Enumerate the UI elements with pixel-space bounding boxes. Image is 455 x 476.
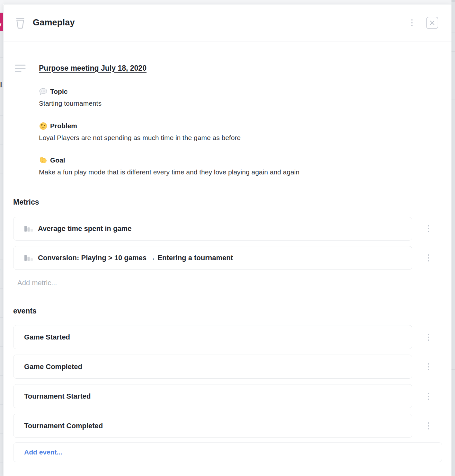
metric-title: Conversion: Playing > 10 games → Enterin… [38, 254, 233, 262]
metric-title: Average time spent in game [38, 225, 131, 233]
scrollbar-segment-line [451, 32, 455, 32]
event-title: Game Completed [24, 363, 82, 371]
scrollbar-segment-line [451, 100, 455, 100]
scrollbar-segment-line [451, 26, 455, 26]
problem-label-row: Problem [39, 121, 412, 131]
scrollbar-segment-line [451, 379, 455, 379]
event-title: Tournament Completed [24, 422, 103, 430]
event-kebab-menu-icon[interactable] [426, 420, 431, 431]
metrics-list: Average time spent in game Conversion: P… [13, 217, 412, 270]
background-text-fragment: n [0, 161, 0, 170]
close-icon [429, 20, 435, 26]
flexed-biceps-icon [39, 156, 48, 165]
metrics-section-header: Metrics [13, 197, 412, 207]
note-heading[interactable]: Purpose meeting July 18, 2020 [39, 63, 412, 73]
goal-label-row: Goal [39, 155, 412, 165]
close-button[interactable] [426, 17, 438, 29]
background-page-scrollbar[interactable] [451, 0, 455, 476]
problem-label: Problem [50, 121, 77, 131]
scrollbar-cap [451, 0, 455, 2]
metric-row: Conversion: Playing > 10 games → Enterin… [13, 246, 412, 270]
event-kebab-menu-icon[interactable] [426, 332, 431, 343]
trash-bucket-icon [14, 16, 26, 29]
event-card-tournament-completed[interactable]: Tournament Completed [13, 414, 412, 438]
background-pink-letter: v [0, 21, 1, 30]
background-text-fragment: n [0, 323, 0, 331]
bar-chart-icon [24, 254, 33, 262]
speech-balloon-icon [39, 87, 48, 96]
event-kebab-menu-icon[interactable] [426, 391, 431, 402]
event-title: Tournament Started [24, 392, 91, 401]
event-card-game-started[interactable]: Game Started [13, 325, 412, 349]
background-text-fragment: n [0, 123, 0, 131]
background-pink-block: v [0, 13, 3, 31]
metric-card-avg-time[interactable]: Average time spent in game [13, 217, 412, 241]
event-row: Game Started [13, 325, 412, 349]
event-title: Game Started [24, 333, 70, 341]
problem-text[interactable]: Loyal Players are not spending as much t… [39, 133, 412, 143]
scrollbar-segment-line [451, 74, 455, 74]
background-text-fragment: n [0, 417, 0, 425]
events-list: Game Started Game Completed Tournament S… [13, 325, 412, 438]
panel-content: Purpose meeting July 18, 2020 Topic Star… [4, 63, 451, 462]
event-card-game-completed[interactable]: Game Completed [13, 355, 412, 379]
thinking-face-icon [39, 122, 48, 130]
event-row: Game Completed [13, 355, 412, 379]
gameplay-panel: Gameplay Purpose meeting July 18, 2020 [3, 4, 451, 476]
panel-title: Gameplay [33, 18, 75, 28]
background-text-fragment: n [0, 357, 0, 365]
panel-header: Gameplay [4, 4, 451, 41]
add-event-button[interactable]: Add event... [13, 442, 442, 462]
metric-kebab-menu-icon[interactable] [426, 252, 431, 263]
text-lines-icon [15, 64, 26, 73]
background-text-fragment: n [0, 290, 0, 298]
bar-chart-icon [24, 225, 33, 233]
event-kebab-menu-icon[interactable] [426, 361, 431, 372]
event-row: Tournament Completed [13, 414, 412, 438]
background-text-fragment: o [0, 265, 0, 274]
metric-row: Average time spent in game [13, 217, 412, 241]
event-card-tournament-started[interactable]: Tournament Started [13, 384, 412, 408]
background-page-top-strip [3, 0, 451, 4]
add-metric-input[interactable]: Add metric... [17, 278, 412, 288]
metric-kebab-menu-icon[interactable] [426, 223, 431, 234]
scrollbar-segment-line [451, 369, 455, 370]
purpose-note-block: Purpose meeting July 18, 2020 Topic Star… [39, 63, 412, 177]
add-event-label: Add event... [24, 448, 62, 456]
topic-label-row: Topic [39, 87, 412, 96]
background-page-left-strip: v yalnnonnnsnc [0, 0, 3, 476]
panel-more-menu-icon[interactable] [409, 17, 415, 28]
events-section-header: events [13, 306, 412, 316]
goal-text[interactable]: Make a fun play mode that is different e… [39, 167, 412, 177]
topic-text[interactable]: Starting tournaments [39, 99, 412, 108]
topic-label: Topic [50, 87, 67, 96]
event-row: Tournament Started [13, 384, 412, 408]
background-white-cap [0, 0, 3, 12]
scrollbar-segment-line [451, 51, 455, 52]
goal-label: Goal [50, 155, 65, 165]
background-text-fragment: al [0, 81, 2, 89]
metric-card-conversion[interactable]: Conversion: Playing > 10 games → Enterin… [13, 246, 412, 270]
